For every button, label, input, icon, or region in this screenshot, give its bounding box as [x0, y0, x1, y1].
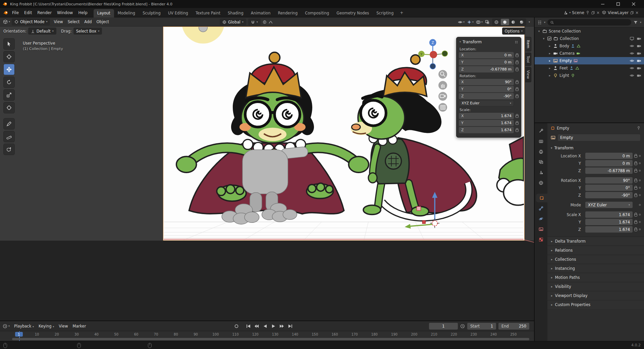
lock-icon[interactable]	[516, 89, 519, 91]
snap-dropdown[interactable]: ▾	[248, 18, 261, 26]
rotation-mode-dropdown[interactable]: XYZ Euler▾	[585, 202, 633, 208]
play-reverse-button[interactable]	[261, 322, 269, 330]
rotate-tool[interactable]	[3, 77, 15, 88]
properties-section-header[interactable]: ▸ Delta Transform	[547, 237, 644, 246]
lock-icon[interactable]	[634, 214, 637, 216]
unlink-scene-icon[interactable]: ×	[596, 10, 600, 15]
lock-icon[interactable]	[634, 180, 637, 182]
properties-section-header[interactable]: ▸ Relations	[547, 246, 644, 255]
properties-section-header[interactable]: ▸ Collections	[547, 255, 644, 264]
disable-render-icon[interactable]	[637, 51, 641, 56]
current-frame-field[interactable]: 1	[429, 323, 458, 330]
visibility-dropdown[interactable]: ▾	[458, 20, 465, 24]
scale-x-field[interactable]: 1.674	[585, 211, 633, 218]
plane-handle[interactable]	[417, 206, 421, 210]
transform-tool[interactable]	[3, 102, 15, 113]
lock-icon[interactable]	[634, 195, 637, 197]
rotation-x-field[interactable]: 90°	[585, 177, 633, 184]
xray-toggle[interactable]	[485, 20, 490, 24]
play-button[interactable]	[270, 322, 277, 330]
expand-caret-icon[interactable]: ▸	[548, 66, 551, 70]
scale-z-field[interactable]: Z1.674	[459, 127, 514, 133]
orientation-setting-dropdown[interactable]: Default ▾	[28, 28, 56, 35]
properties-section-header[interactable]: ▸ Instancing	[547, 264, 644, 273]
pin-icon[interactable]	[586, 11, 590, 15]
lock-icon[interactable]	[516, 122, 519, 125]
animate-dot-icon[interactable]	[639, 170, 641, 171]
jump-to-end-button[interactable]	[286, 322, 294, 330]
pan-hand-button[interactable]	[438, 81, 447, 90]
lock-icon[interactable]	[516, 82, 519, 84]
measure-tool[interactable]	[3, 131, 15, 142]
outliner-row-collection[interactable]: ▾ Collection	[535, 35, 644, 42]
filter-icon[interactable]	[633, 20, 638, 25]
axis-x-negative-button[interactable]	[442, 51, 448, 56]
location-x-field[interactable]: X0 m	[459, 52, 514, 58]
menu-item[interactable]: Edit	[21, 9, 35, 16]
timeline-editor-icon[interactable]	[3, 324, 7, 329]
outliner-row-body[interactable]: ▸ Body	[535, 42, 644, 50]
animate-dot-icon[interactable]	[639, 155, 641, 157]
tab-item[interactable]: Item	[525, 37, 531, 51]
overlays-dropdown[interactable]: ▾	[476, 20, 483, 24]
expand-caret-icon[interactable]: ▾	[537, 30, 541, 33]
jump-to-start-button[interactable]	[245, 322, 252, 330]
axis-x-button[interactable]	[430, 51, 437, 58]
lock-icon[interactable]	[516, 55, 519, 57]
location-x-field[interactable]: 0 m	[585, 153, 633, 159]
end-frame-field[interactable]: End250	[498, 323, 529, 330]
camera-view-button[interactable]	[438, 92, 447, 101]
rotation-y-field[interactable]: 0°	[585, 185, 633, 191]
outliner-row-camera[interactable]: ▸ Camera	[535, 50, 644, 57]
marker-menu[interactable]: Marker	[70, 323, 89, 330]
lock-icon[interactable]	[634, 163, 637, 165]
expand-caret-icon[interactable]: ▸	[548, 59, 551, 62]
add-workspace-button[interactable]: +	[397, 9, 406, 16]
tab-render[interactable]	[536, 137, 546, 146]
checkbox-icon[interactable]	[547, 36, 552, 41]
scale-y-field[interactable]: Y1.674	[459, 120, 514, 126]
hide-eye-icon[interactable]	[630, 66, 634, 70]
navigation-gizmo[interactable]: Z Y	[418, 39, 448, 69]
3d-viewport[interactable]: Z Y	[0, 17, 534, 320]
remove-view-layer-icon[interactable]: ×	[635, 10, 639, 15]
record-button[interactable]	[233, 322, 240, 330]
properties-section-header[interactable]: ▸ Viewport Display	[547, 291, 644, 300]
properties-section-header[interactable]: ▸ Visibility	[547, 282, 644, 291]
origin-handle[interactable]	[422, 220, 425, 223]
new-scene-icon[interactable]	[591, 11, 595, 15]
animate-dot-icon[interactable]	[639, 187, 641, 189]
menu-item[interactable]: Help	[75, 9, 90, 16]
tab-tool[interactable]	[536, 127, 546, 135]
start-frame-field[interactable]: Start1	[467, 323, 496, 330]
shading-rendered-button[interactable]	[518, 19, 526, 25]
viewport-menu-item[interactable]: Object	[94, 18, 111, 25]
timeline-ruler[interactable]: 1020304050607080901001101201301401501601…	[0, 331, 534, 341]
animate-dot-icon[interactable]	[639, 204, 641, 206]
viewport-menu-item[interactable]: Select	[65, 18, 82, 25]
view-layer-selector[interactable]: ViewLayer ×	[602, 10, 639, 15]
object-name-field[interactable]: Empty	[557, 134, 641, 141]
rotation-z-field[interactable]: -90°	[585, 192, 633, 198]
workspace-tab[interactable]: Scripting	[373, 9, 397, 17]
tab-tool[interactable]: Tool	[525, 53, 531, 66]
hide-viewport-icon[interactable]	[630, 36, 634, 41]
location-z-field[interactable]: Z-0.67788 m	[459, 66, 514, 72]
workspace-tab[interactable]: Geometry Nodes	[333, 9, 373, 17]
keying-menu[interactable]: Keying ▾	[36, 323, 56, 330]
hide-eye-icon[interactable]	[630, 73, 634, 78]
shading-dropdown-icon[interactable]: ▾	[529, 21, 530, 23]
hide-eye-icon[interactable]	[630, 44, 634, 48]
view-menu[interactable]: View	[56, 323, 70, 330]
lock-icon[interactable]	[634, 155, 637, 158]
workspace-tab[interactable]: Sculpting	[139, 9, 164, 17]
animate-dot-icon[interactable]	[639, 162, 641, 164]
rotation-mode-dropdown[interactable]: XYZ Euler▾	[459, 100, 514, 106]
tab-constraints[interactable]	[536, 204, 546, 213]
drag-setting-dropdown[interactable]: Select Box ▾	[73, 28, 102, 35]
viewport-menu-item[interactable]: Add	[82, 18, 94, 25]
proportional-editing-button[interactable]	[263, 18, 267, 26]
lock-icon[interactable]	[516, 96, 519, 98]
outliner-row-empty[interactable]: ▸ Empty	[535, 57, 644, 64]
properties-section-header[interactable]: ▸ Motion Paths	[547, 273, 644, 282]
